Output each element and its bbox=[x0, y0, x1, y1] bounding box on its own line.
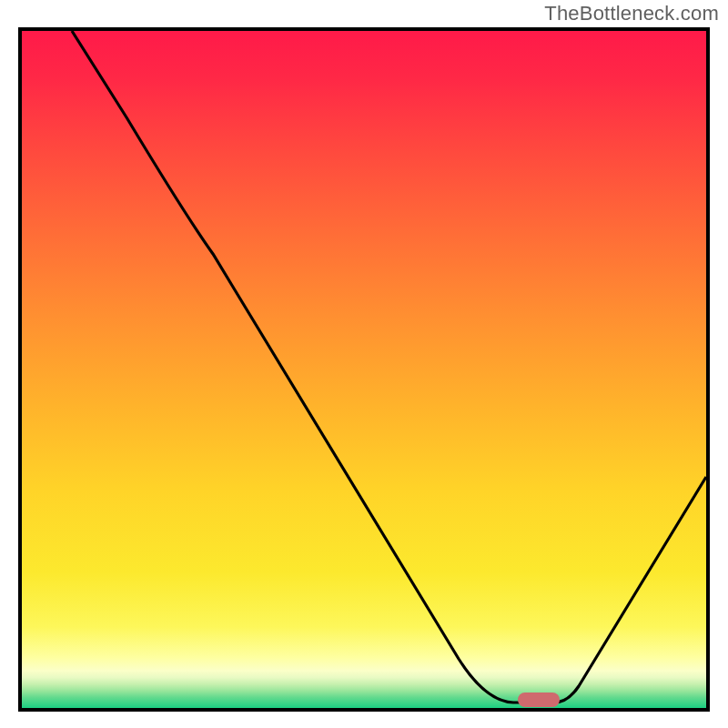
optimal-marker bbox=[518, 693, 560, 707]
chart-container: TheBottleneck.com bbox=[0, 0, 728, 728]
bottleneck-curve bbox=[22, 31, 706, 708]
watermark-text: TheBottleneck.com bbox=[544, 2, 719, 25]
plot-area bbox=[18, 27, 710, 712]
